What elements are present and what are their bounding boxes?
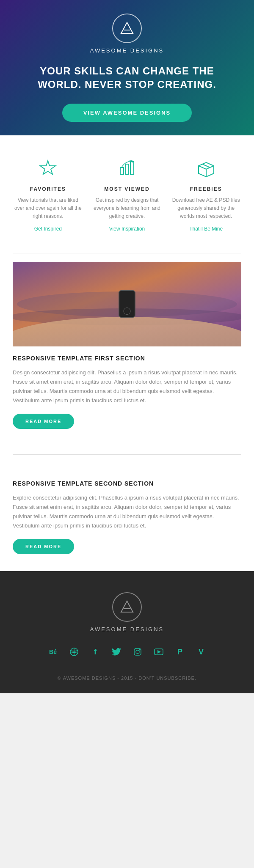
footer-section: AWESOME DESIGNS Bé f [0,571,254,693]
facebook-icon[interactable]: f [88,645,102,659]
vimeo-icon[interactable]: V [194,645,208,659]
article-1-text: Design consectetur adipiscing elit. Phas… [13,368,241,405]
header-brand: AWESOME DESIGNS [90,47,164,54]
svg-marker-20 [157,650,161,654]
feature-favorites: FAVORITES View tutorials that are liked … [13,157,83,232]
divider-1 [0,244,254,262]
features-grid: FAVORITES View tutorials that are liked … [13,157,241,232]
article-1-title: RESPONSIVE TEMPLATE FIRST SECTION [13,355,241,362]
pinterest-icon[interactable]: P [173,645,187,659]
svg-point-18 [139,649,140,650]
twitter-icon[interactable] [110,645,123,659]
svg-point-17 [136,650,139,654]
star-icon [36,157,60,180]
article-2-read-more[interactable]: READ MORE [13,539,74,554]
svg-marker-0 [121,22,133,33]
favorites-title: FAVORITES [30,186,66,192]
header-section: AWESOME DESIGNS YOUR SKILLS CAN CHANGE T… [0,0,254,135]
youtube-icon[interactable] [152,645,166,659]
svg-line-7 [202,164,210,168]
freebies-link[interactable]: That'll Be Mine [189,226,223,232]
feature-freebies: FREEBIES Download free AE & PSD files ge… [171,157,241,232]
favorites-link[interactable]: Get Inspired [34,226,62,232]
logo-letter [119,21,135,36]
feature-most-viewed: MOST VIEWED Get inspired by designs that… [92,157,163,232]
article-2-title: RESPONSIVE TEMPLATE SECOND SECTION [13,480,241,487]
social-icons-row: Bé f [46,645,208,659]
svg-rect-3 [120,168,124,174]
most-viewed-title: MOST VIEWED [104,186,149,192]
behance-icon[interactable]: Bé [46,645,60,659]
most-viewed-desc: Get inspired by designs that everyone is… [92,196,163,221]
svg-rect-5 [130,162,134,174]
freebies-title: FREEBIES [190,186,222,192]
chart-icon [116,157,139,180]
header-headline: YOUR SKILLS CAN CHANGE THE WORLD. NEVER … [17,64,237,91]
freebies-desc: Download free AE & PSD files generously … [171,196,241,221]
footer-brand: AWESOME DESIGNS [90,626,164,632]
footer-logo [112,592,142,622]
footer-copyright: © AWESOME DESIGNS - 2015 - DON'T UNSUBSC… [58,676,196,681]
article-2-text: Explore consectetur adipiscing elit. Pha… [13,493,241,530]
instagram-icon[interactable] [131,645,144,659]
box-icon [194,157,218,180]
cta-button[interactable]: VIEW AWESOME DESIGNS [62,104,192,122]
divider-2 [0,446,254,463]
favorites-desc: View tutorials that are liked over and o… [13,196,83,221]
header-logo [112,14,142,43]
article-2-section: RESPONSIVE TEMPLATE SECOND SECTION Explo… [0,463,254,571]
most-viewed-link[interactable]: View Inspiration [109,226,145,232]
svg-marker-12 [121,601,133,612]
svg-rect-4 [125,164,129,174]
article-1-section: RESPONSIVE TEMPLATE FIRST SECTION Design… [0,262,254,446]
article-1-read-more[interactable]: READ MORE [13,414,74,429]
features-section: FAVORITES View tutorials that are liked … [0,135,254,244]
article-1-image [13,262,241,346]
svg-marker-2 [40,161,55,174]
dribbble-icon[interactable] [67,645,81,659]
